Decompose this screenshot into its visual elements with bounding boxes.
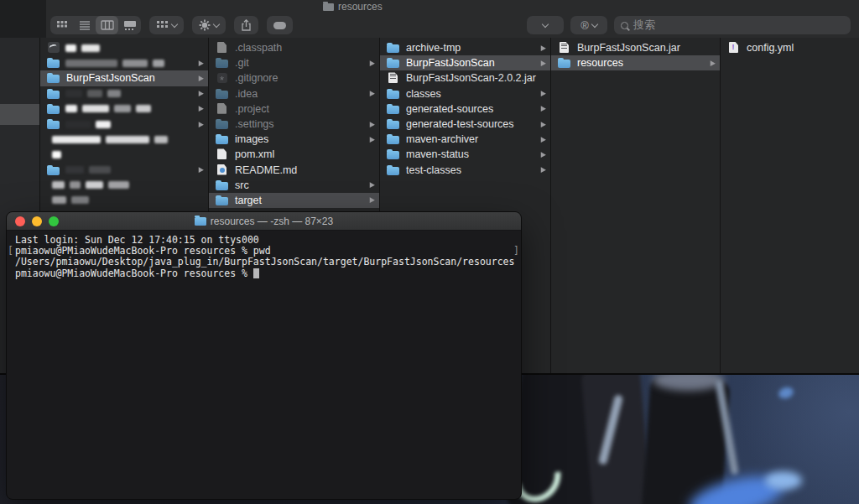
chevron-right-icon: ▶ bbox=[370, 196, 375, 205]
file-label: README.md bbox=[235, 164, 297, 176]
file-row[interactable]: BurpFastJsonScan-2.0.2.jar bbox=[380, 70, 550, 86]
sidebar-selected-item[interactable] bbox=[0, 104, 39, 125]
file-row[interactable]: .gitignore bbox=[209, 70, 379, 86]
view-switcher bbox=[50, 16, 141, 34]
redacted-row[interactable] bbox=[40, 193, 208, 208]
file-row[interactable]: resources▶ bbox=[551, 55, 720, 70]
terminal-content[interactable]: Last login: Sun Dec 12 17:40:15 on ttys0… bbox=[7, 231, 521, 500]
gear-icon bbox=[199, 19, 211, 31]
file-label: maven-archiver bbox=[406, 133, 478, 145]
file-row[interactable]: archive-tmp▶ bbox=[380, 40, 550, 55]
finder-titlebar[interactable]: resources bbox=[0, 0, 859, 13]
file-label: BurpFastJsonScan.jar bbox=[577, 42, 680, 54]
column-view-button[interactable] bbox=[96, 16, 118, 34]
list-view-icon bbox=[79, 20, 91, 30]
redacted-row[interactable] bbox=[40, 40, 208, 55]
folder-icon bbox=[387, 103, 400, 115]
file-label: src bbox=[235, 179, 249, 191]
document-icon bbox=[216, 148, 229, 160]
folder-icon bbox=[387, 133, 400, 145]
document-icon bbox=[216, 42, 229, 54]
file-row[interactable]: BurpFastJsonScan▶ bbox=[40, 70, 208, 86]
redacted-row[interactable]: ▶ bbox=[40, 117, 208, 132]
file-row[interactable]: .settings▶ bbox=[209, 117, 379, 132]
burpfastjsonscan-column: BurpFastJsonScan.jarresources▶ bbox=[551, 38, 721, 373]
file-row[interactable]: generated-test-sources▶ bbox=[380, 117, 550, 132]
redacted-text-block bbox=[65, 60, 117, 67]
redacted-text-block bbox=[70, 181, 81, 189]
list-view-button[interactable] bbox=[73, 16, 96, 34]
redacted-row[interactable]: ▶ bbox=[40, 86, 208, 101]
folder-icon bbox=[216, 179, 229, 191]
icon-view-icon bbox=[56, 20, 68, 30]
share-button[interactable] bbox=[234, 16, 258, 34]
file-row[interactable]: src▶ bbox=[209, 178, 379, 193]
icon-view-button[interactable] bbox=[50, 16, 73, 34]
column-view-icon bbox=[101, 20, 114, 30]
folder-icon bbox=[47, 103, 60, 115]
redacted-text-block bbox=[122, 60, 148, 67]
file-row[interactable]: .classpath bbox=[209, 40, 379, 55]
chevron-right-icon: ▶ bbox=[199, 59, 204, 67]
file-row[interactable]: maven-archiver▶ bbox=[380, 132, 550, 147]
file-row[interactable]: classes▶ bbox=[380, 86, 550, 101]
redacted-text-block bbox=[81, 44, 100, 52]
redacted-text-block bbox=[52, 196, 66, 204]
file-row[interactable]: README.md bbox=[209, 163, 379, 178]
file-label: maven-status bbox=[406, 148, 469, 160]
folder-icon bbox=[387, 148, 400, 160]
chevron-right-icon: ▶ bbox=[541, 166, 546, 174]
redacted-text-block bbox=[154, 136, 168, 143]
file-row[interactable]: .idea▶ bbox=[209, 86, 379, 101]
file-row[interactable]: config.yml bbox=[721, 40, 859, 55]
redacted-text-block bbox=[52, 136, 101, 143]
registered-menu-button[interactable]: ® bbox=[570, 16, 607, 34]
file-row[interactable]: images▶ bbox=[209, 132, 379, 147]
chevron-right-icon: ▶ bbox=[199, 120, 204, 128]
action-button[interactable] bbox=[192, 16, 226, 34]
terminal-titlebar[interactable]: resources — -zsh — 87×23 bbox=[7, 212, 521, 231]
zoom-button[interactable] bbox=[49, 216, 59, 226]
tag-button[interactable] bbox=[267, 16, 293, 34]
file-label: .idea bbox=[235, 88, 258, 100]
terminal-text: pmiaowu@PMiaoWudeMacBook-Pro resources % bbox=[15, 268, 253, 279]
history-dropdown[interactable] bbox=[527, 16, 564, 34]
file-label: .project bbox=[235, 103, 269, 115]
redacted-row[interactable] bbox=[40, 147, 208, 162]
folder-icon bbox=[216, 88, 229, 100]
terminal-cursor bbox=[253, 268, 259, 278]
chevron-down-icon bbox=[213, 20, 220, 27]
file-label: classes bbox=[406, 88, 441, 100]
chevron-right-icon: ▶ bbox=[541, 135, 546, 143]
group-button[interactable] bbox=[149, 16, 184, 34]
minimize-button[interactable] bbox=[32, 216, 42, 226]
file-row[interactable]: .project bbox=[209, 101, 379, 117]
search-input[interactable]: 搜索 bbox=[614, 16, 851, 34]
file-row[interactable]: target▶ bbox=[209, 193, 379, 208]
file-row[interactable]: maven-status▶ bbox=[380, 147, 550, 162]
chevron-right-icon: ▶ bbox=[541, 105, 546, 113]
window-title: resources bbox=[338, 1, 383, 13]
redacted-text-block bbox=[65, 166, 84, 174]
gallery-view-button[interactable] bbox=[118, 16, 141, 34]
redacted-row[interactable]: ▶ bbox=[40, 101, 208, 117]
folder-icon bbox=[558, 57, 571, 69]
chevron-right-icon: ▶ bbox=[199, 90, 204, 98]
share-icon bbox=[241, 19, 252, 31]
file-row[interactable]: pom.xml bbox=[209, 147, 379, 162]
redacted-row[interactable] bbox=[40, 132, 208, 147]
resources-column: config.yml bbox=[721, 38, 859, 373]
close-button[interactable] bbox=[15, 216, 25, 226]
redacted-row[interactable]: ▶ bbox=[40, 55, 208, 70]
file-row[interactable]: BurpFastJsonScan.jar bbox=[551, 40, 720, 55]
chevron-right-icon: ▶ bbox=[370, 59, 375, 67]
redacted-row[interactable]: ▶ bbox=[40, 163, 208, 178]
folder-icon bbox=[216, 195, 229, 206]
file-row[interactable]: test-classes▶ bbox=[380, 163, 550, 178]
folder-icon bbox=[216, 57, 229, 69]
file-row[interactable]: .git▶ bbox=[209, 55, 379, 70]
chevron-down-icon bbox=[171, 20, 178, 27]
file-row[interactable]: BurpFastJsonScan▶ bbox=[380, 55, 550, 70]
file-row[interactable]: generated-sources▶ bbox=[380, 101, 550, 117]
redacted-row[interactable] bbox=[40, 178, 208, 193]
